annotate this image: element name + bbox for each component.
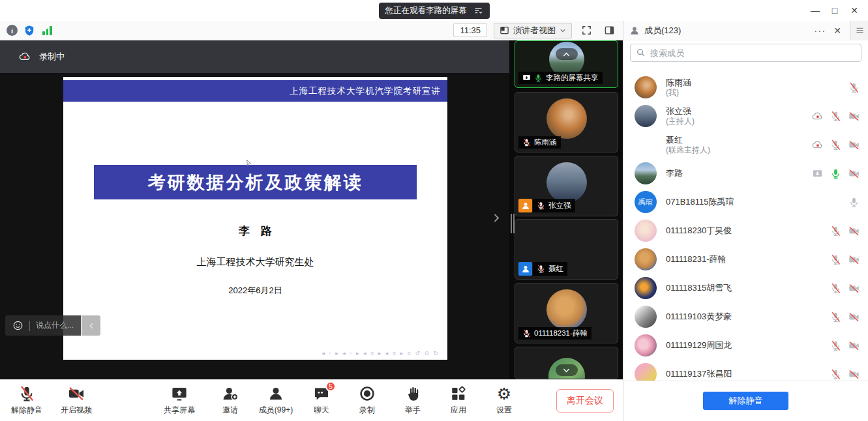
avatar xyxy=(635,248,657,270)
camera-off-icon[interactable] xyxy=(848,139,860,151)
avatar xyxy=(635,162,657,184)
chevron-up-icon[interactable] xyxy=(87,390,94,398)
member-row[interactable]: 011118231-薛翰 xyxy=(623,245,868,274)
camera-off-icon[interactable] xyxy=(848,340,860,351)
tile-name: 李路的屏幕共享 xyxy=(546,73,599,83)
member-row[interactable]: 李路 xyxy=(623,159,868,188)
expand-strip-arrow[interactable] xyxy=(491,212,502,224)
recording-label: 录制中 xyxy=(39,51,65,63)
member-row[interactable]: 011118315胡雪飞 xyxy=(623,274,868,302)
member-list: 陈雨涵 (我) 张立强 (主持人) 聂红 (联席主持 xyxy=(623,73,868,388)
chat-placeholder: 说点什么... xyxy=(36,320,74,331)
members-panel-footer: 解除静音 xyxy=(623,381,868,421)
chevron-up-icon[interactable] xyxy=(37,390,44,398)
scroll-up-button[interactable] xyxy=(556,48,578,60)
camera-off-icon[interactable] xyxy=(848,312,860,323)
cohost-badge-icon xyxy=(518,262,532,276)
security-shield-icon[interactable] xyxy=(23,25,35,36)
network-signal-icon[interactable] xyxy=(42,25,52,35)
video-tile[interactable]: 011118231-薛翰 xyxy=(515,283,618,343)
toolbar-start-video-button[interactable]: 开启视频 xyxy=(59,385,94,416)
toolbar-apps-button[interactable]: 应用 xyxy=(441,385,476,416)
mic-muted-icon[interactable] xyxy=(830,111,841,122)
chat-collapse-button[interactable] xyxy=(82,315,100,336)
camera-off-icon[interactable] xyxy=(848,283,860,294)
member-row[interactable]: 陈雨涵 (我) xyxy=(623,73,868,102)
close-panel-icon[interactable]: ✕ xyxy=(833,25,841,36)
camera-off-icon[interactable] xyxy=(848,225,860,237)
record-icon xyxy=(359,385,376,402)
member-status xyxy=(812,168,860,179)
member-row[interactable]: 011118230丁昊俊 xyxy=(623,216,868,245)
member-row[interactable]: 011119103黄梦豪 xyxy=(623,302,868,331)
member-row[interactable]: 聂红 (联席主持人) xyxy=(623,130,868,159)
emoji-smiley-icon[interactable] xyxy=(12,320,23,331)
chevron-up-icon[interactable] xyxy=(190,390,197,398)
mic-muted-icon[interactable] xyxy=(848,82,860,93)
member-role: (主持人) xyxy=(666,117,812,126)
camera-off-icon[interactable] xyxy=(848,111,860,122)
view-mode-dropdown[interactable]: 演讲者视图 xyxy=(494,23,572,38)
maximize-button[interactable]: □ xyxy=(825,1,845,20)
mic-muted-icon[interactable] xyxy=(830,312,841,323)
video-tile[interactable]: 陈雨涵 xyxy=(515,92,618,152)
camera-off-icon[interactable] xyxy=(848,369,860,380)
avatar xyxy=(635,105,657,127)
video-tile[interactable]: 张立强 xyxy=(515,156,618,216)
member-role: (我) xyxy=(666,88,848,98)
mic-muted-icon xyxy=(18,385,35,402)
minimize-button[interactable]: — xyxy=(805,1,825,20)
quick-chat-overlay: 说点什么... xyxy=(5,315,100,336)
tile-label: 011118231-薛翰 xyxy=(518,327,591,340)
window-titlebar: 您正在观看李路的屏幕 — □ ✕ xyxy=(0,0,868,21)
video-tile[interactable]: 聂红 xyxy=(515,219,618,280)
more-options-icon[interactable]: ··· xyxy=(814,25,826,36)
mic-on-icon[interactable] xyxy=(830,168,841,179)
member-name: 陈雨涵 xyxy=(666,78,848,88)
search-input[interactable] xyxy=(630,44,861,62)
mic-muted-icon[interactable] xyxy=(830,225,841,237)
mic-muted-icon[interactable] xyxy=(830,139,841,151)
unmute-button[interactable]: 解除静音 xyxy=(703,392,788,410)
tile-name: 011118231-薛翰 xyxy=(534,328,588,338)
camera-off-icon[interactable] xyxy=(848,168,860,179)
video-tile-screen-share[interactable]: 李路的屏幕共享 xyxy=(515,40,618,88)
mic-muted-icon[interactable] xyxy=(830,340,841,351)
member-status xyxy=(830,369,860,380)
toolbar-invite-button[interactable]: 邀请 xyxy=(213,385,248,416)
mic-idle-icon[interactable] xyxy=(848,197,860,208)
toolbar-raise-hand-button[interactable]: 举手 xyxy=(395,385,430,416)
banner-menu-icon[interactable] xyxy=(473,6,483,16)
tile-name: 陈雨涵 xyxy=(534,138,557,147)
member-role: (联席主持人) xyxy=(666,145,812,155)
video-tile-partial[interactable] xyxy=(515,347,618,379)
fullscreen-button[interactable] xyxy=(578,23,595,38)
layout-view-icon xyxy=(500,25,509,35)
meeting-info-icon[interactable]: i xyxy=(7,25,18,36)
toolbar-members-button[interactable]: 成员(99+) xyxy=(258,385,293,416)
leave-meeting-button[interactable]: 离开会议 xyxy=(556,389,614,413)
host-badge-icon xyxy=(518,199,532,212)
scroll-down-button[interactable] xyxy=(556,364,578,376)
panel-menu-button[interactable] xyxy=(850,21,868,40)
toolbar-chat-button[interactable]: 5 聊天 xyxy=(304,385,339,416)
mic-muted-icon[interactable] xyxy=(830,254,841,265)
toolbar-settings-button[interactable]: ⚙ 设置 xyxy=(486,385,522,416)
toolbar-unmute-button[interactable]: 解除静音 xyxy=(9,385,44,416)
mic-muted-icon[interactable] xyxy=(830,369,841,380)
avatar xyxy=(546,98,587,139)
side-panel-toggle-button[interactable] xyxy=(601,23,618,38)
camera-off-icon[interactable] xyxy=(848,254,860,265)
tile-name: 聂红 xyxy=(548,264,563,274)
member-row[interactable]: 张立强 (主持人) xyxy=(623,102,868,130)
close-button[interactable]: ✕ xyxy=(845,1,864,20)
member-row[interactable]: 011119129周国龙 xyxy=(623,331,868,360)
watching-banner[interactable]: 您正在观看李路的屏幕 xyxy=(379,3,490,19)
mic-muted-icon xyxy=(537,201,545,210)
chat-input[interactable]: 说点什么... xyxy=(5,315,81,336)
camera-off-icon xyxy=(68,385,85,402)
mic-muted-icon[interactable] xyxy=(830,283,841,294)
member-row[interactable]: 禹瑄 071B18115陈禹瑄 xyxy=(623,188,868,216)
toolbar-record-button[interactable]: 录制 xyxy=(350,385,385,416)
toolbar-share-screen-button[interactable]: 共享屏幕 xyxy=(162,385,197,416)
